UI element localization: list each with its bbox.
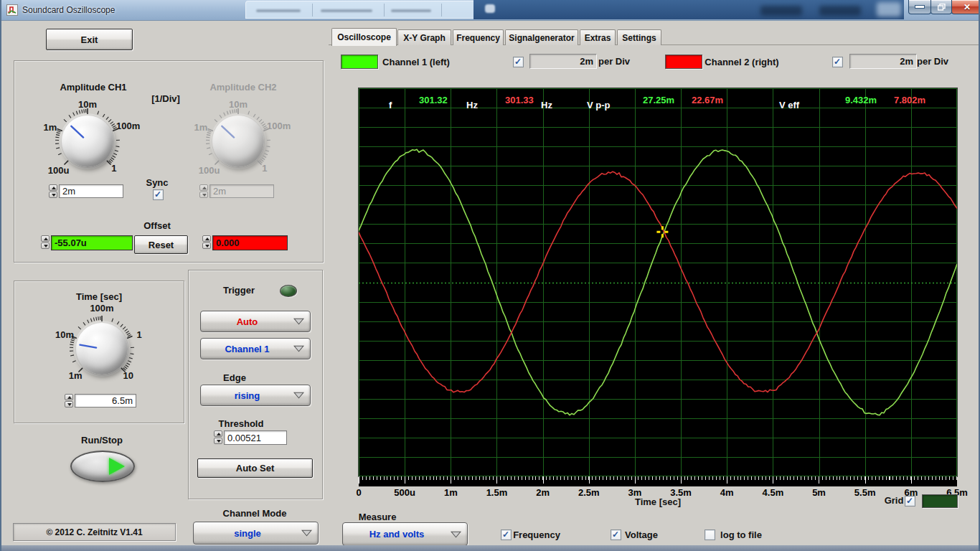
chevron-down-icon [451,531,461,538]
offset-ch2-field[interactable]: 0.000 [212,235,288,250]
grid-color-swatch[interactable] [922,494,958,508]
offset-ch1-spinner[interactable] [41,235,50,250]
channel2-color-swatch[interactable] [665,55,702,69]
tab-extras[interactable]: Extras [580,29,616,45]
knob-scale-label: 1m [194,122,208,133]
time-value-field[interactable]: 6.5m [75,394,136,408]
x-axis-tick-label: 4m [720,487,734,498]
grid-label: Grid [885,495,904,506]
minimize-button[interactable] [908,0,931,14]
x-axis-tick-label: 0 [356,487,361,498]
x-axis-tick-label: 4.5m [763,487,784,498]
window-bottom-border [1,545,980,551]
trigger-mode-value: Auto [201,316,293,327]
tab-x-y-graph[interactable]: X-Y Graph [397,29,451,45]
time-knob[interactable]: 1m10m100m110 [59,304,145,393]
amplitude-ch2-knob[interactable]: 100u1m10m100m1 [195,97,281,186]
channel-mode-label: Channel Mode [223,508,287,519]
x-axis-tick-label: 1.5m [486,487,508,498]
threshold-spinner[interactable] [214,430,222,445]
knob-scale-label: 100m [90,303,113,314]
measurement-value: 301.32 [419,95,448,105]
knob-scale-label: 10m [229,99,248,110]
auto-set-button[interactable]: Auto Set [197,458,313,478]
voltage-checkbox[interactable] [611,529,621,540]
tab-settings[interactable]: Settings [617,29,661,45]
offset-ch1-field[interactable]: -55.07u [51,235,133,250]
knob-scale-label: 1 [262,162,267,173]
trigger-source-dropdown[interactable]: Channel 1 [200,338,311,359]
play-icon [109,458,125,475]
window-title: Soundcard Oszilloscope [22,5,115,15]
measurement-value: V p-p [587,100,611,110]
background-browser-tabs [245,1,478,19]
close-button[interactable]: ✕ [951,0,980,14]
knob-scale-label: 100m [116,121,140,131]
channel1-per-div-field[interactable]: 2m [529,54,597,69]
x-axis-tick-label: 5.5m [854,487,876,498]
grid-checkbox[interactable] [905,496,915,507]
log-to-file-checkbox[interactable] [705,529,715,540]
measure-label: Measure [359,512,397,522]
measurement-value: Hz [466,100,478,110]
amplitude-unit-label: [1/Div] [151,93,180,104]
knob-scale-label: 10m [78,99,97,110]
measure-mode-dropdown[interactable]: Hz and volts [342,522,468,546]
channel2-enable-checkbox[interactable] [832,57,843,67]
knob-scale-label: 100u [48,165,70,176]
app-window: Soundcard Oszilloscope ✕ Exit Amplitude … [0,0,980,551]
exit-button[interactable]: Exit [46,29,133,50]
chevron-down-icon [293,345,304,352]
frequency-label: Frequency [513,529,560,540]
measurement-row: f301.32Hz301.33HzV p-p27.25m22.67mV eff9… [359,95,957,115]
x-axis-title: Time [sec] [635,496,681,507]
run-stop-button[interactable] [70,451,135,482]
offset-reset-button[interactable]: Reset [134,235,188,254]
amplitude-ch2-spinner[interactable] [199,184,208,199]
knob-scale-label: 1m [69,369,83,380]
threshold-field[interactable]: 0.00521 [224,430,287,445]
channel2-per-div-field[interactable]: 2m [849,54,917,69]
restore-button[interactable] [930,0,952,14]
minimize-icon [915,5,925,9]
channel1-color-swatch[interactable] [341,55,378,69]
measurement-value: 9.432m [845,95,877,105]
log-to-file-label: log to file [720,529,762,540]
trigger-led [280,285,297,297]
trigger-mode-dropdown[interactable]: Auto [200,311,311,332]
measurement-value: 27.25m [643,95,674,105]
channel-mode-value: single [194,528,301,539]
channel1-per-div-label: per Div [598,56,630,67]
oscilloscope-plot[interactable]: f301.32Hz301.33HzV p-p27.25m22.67mV eff9… [359,88,957,476]
chevron-down-icon [301,529,312,537]
measurement-value: 301.33 [505,95,534,105]
channel-mode-dropdown[interactable]: single [193,522,319,545]
offset-label: Offset [143,220,171,231]
app-icon [6,4,18,16]
tab-signalgenerator[interactable]: Signalgenerator [505,29,578,45]
amplitude-ch1-knob[interactable]: 100u1m10m100m1 [44,97,131,186]
time-label: Time [sec] [76,291,122,302]
tab-oscilloscope[interactable]: Oscilloscope [331,28,397,46]
trigger-edge-dropdown[interactable]: rising [200,385,311,406]
x-axis-tick-label: 5m [812,487,826,498]
knob-scale-label: 100m [267,121,291,131]
offset-ch2-spinner[interactable] [202,235,211,250]
x-axis-tick-label: 500u [394,487,415,498]
background-browser-window [473,0,904,19]
sync-label: Sync [146,177,168,188]
channel2-per-div-label: per Div [917,56,948,67]
channel1-enable-checkbox[interactable] [513,57,524,67]
amplitude-ch2-value-field[interactable]: 2m [209,184,274,198]
knob-scale-label: 1 [136,329,141,340]
tab-frequency[interactable]: Frequency [453,29,504,45]
measurement-value: f [389,100,392,110]
amplitude-ch1-value-field[interactable]: 2m [59,184,123,198]
amplitude-ch1-spinner[interactable] [49,184,57,199]
time-spinner[interactable] [65,394,73,408]
title-bar: Soundcard Oszilloscope ✕ [1,0,980,21]
knob-scale-label: 1 [111,162,116,173]
sync-checkbox[interactable] [153,189,164,200]
edge-label: Edge [223,372,246,383]
frequency-checkbox[interactable] [501,529,512,540]
